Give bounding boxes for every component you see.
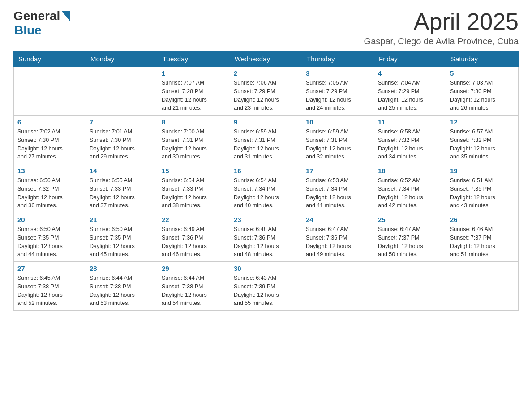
day-number: 26: [450, 216, 515, 223]
day-info: Sunrise: 6:59 AM Sunset: 7:31 PM Dayligh…: [306, 128, 370, 161]
day-number: 16: [234, 167, 298, 175]
day-number: 14: [90, 167, 154, 175]
day-number: 5: [450, 69, 515, 77]
calendar-cell: 17Sunrise: 6:53 AM Sunset: 7:34 PM Dayli…: [302, 164, 374, 213]
day-info: Sunrise: 6:46 AM Sunset: 7:37 PM Dayligh…: [450, 225, 515, 259]
column-header-sunday: Sunday: [14, 51, 86, 67]
calendar-week-2: 6Sunrise: 7:02 AM Sunset: 7:30 PM Daylig…: [14, 116, 519, 164]
day-info: Sunrise: 6:57 AM Sunset: 7:32 PM Dayligh…: [450, 128, 515, 161]
calendar-cell: 24Sunrise: 6:47 AM Sunset: 7:36 PM Dayli…: [302, 213, 374, 262]
day-number: 23: [234, 216, 298, 223]
day-info: Sunrise: 6:58 AM Sunset: 7:32 PM Dayligh…: [378, 128, 442, 161]
day-info: Sunrise: 7:01 AM Sunset: 7:30 PM Dayligh…: [90, 128, 154, 161]
calendar-cell: 27Sunrise: 6:45 AM Sunset: 7:38 PM Dayli…: [14, 262, 86, 311]
day-info: Sunrise: 6:48 AM Sunset: 7:36 PM Dayligh…: [234, 225, 298, 259]
day-info: Sunrise: 6:43 AM Sunset: 7:39 PM Dayligh…: [234, 274, 298, 308]
day-number: 6: [17, 118, 82, 126]
column-header-tuesday: Tuesday: [158, 51, 230, 67]
day-info: Sunrise: 7:02 AM Sunset: 7:30 PM Dayligh…: [17, 128, 82, 161]
calendar-location: Gaspar, Ciego de Avila Province, Cuba: [364, 36, 519, 47]
day-info: Sunrise: 6:52 AM Sunset: 7:34 PM Dayligh…: [378, 176, 442, 210]
day-info: Sunrise: 6:54 AM Sunset: 7:34 PM Dayligh…: [234, 176, 298, 210]
day-number: 13: [17, 167, 82, 175]
day-number: 9: [234, 118, 298, 126]
day-number: 19: [450, 167, 515, 175]
day-number: 29: [162, 265, 226, 272]
logo-general-text: General: [13, 9, 60, 23]
logo-triangle-icon: [62, 11, 70, 21]
calendar-cell: 7Sunrise: 7:01 AM Sunset: 7:30 PM Daylig…: [86, 116, 158, 164]
calendar-table: SundayMondayTuesdayWednesdayThursdayFrid…: [13, 51, 519, 311]
day-number: 18: [378, 167, 442, 175]
day-number: 30: [234, 265, 298, 272]
day-info: Sunrise: 6:44 AM Sunset: 7:38 PM Dayligh…: [90, 274, 154, 308]
calendar-cell: 23Sunrise: 6:48 AM Sunset: 7:36 PM Dayli…: [230, 213, 302, 262]
calendar-cell: 14Sunrise: 6:55 AM Sunset: 7:33 PM Dayli…: [86, 164, 158, 213]
day-number: 4: [378, 69, 442, 77]
day-number: 27: [17, 265, 82, 272]
day-info: Sunrise: 6:50 AM Sunset: 7:35 PM Dayligh…: [17, 225, 82, 259]
calendar-cell: 2Sunrise: 7:06 AM Sunset: 7:29 PM Daylig…: [230, 67, 302, 116]
day-info: Sunrise: 6:47 AM Sunset: 7:37 PM Dayligh…: [378, 225, 442, 259]
column-header-wednesday: Wednesday: [230, 51, 302, 67]
calendar-cell: 5Sunrise: 7:03 AM Sunset: 7:30 PM Daylig…: [446, 67, 519, 116]
day-number: 7: [90, 118, 154, 126]
calendar-cell: 21Sunrise: 6:50 AM Sunset: 7:35 PM Dayli…: [86, 213, 158, 262]
day-number: 17: [306, 167, 370, 175]
calendar-cell: 9Sunrise: 6:59 AM Sunset: 7:31 PM Daylig…: [230, 116, 302, 164]
day-number: 1: [162, 69, 226, 77]
calendar-header-row: SundayMondayTuesdayWednesdayThursdayFrid…: [14, 51, 519, 67]
day-info: Sunrise: 6:45 AM Sunset: 7:38 PM Dayligh…: [17, 274, 82, 308]
calendar-cell: [374, 262, 446, 311]
column-header-saturday: Saturday: [446, 51, 519, 67]
day-number: 12: [450, 118, 515, 126]
title-block: April 2025 Gaspar, Ciego de Avila Provin…: [364, 9, 519, 47]
day-info: Sunrise: 6:51 AM Sunset: 7:35 PM Dayligh…: [450, 176, 515, 210]
day-number: 28: [90, 265, 154, 272]
day-number: 22: [162, 216, 226, 223]
svg-marker-0: [62, 11, 70, 21]
day-info: Sunrise: 6:53 AM Sunset: 7:34 PM Dayligh…: [306, 176, 370, 210]
day-number: 2: [234, 69, 298, 77]
calendar-cell: 6Sunrise: 7:02 AM Sunset: 7:30 PM Daylig…: [14, 116, 86, 164]
column-header-friday: Friday: [374, 51, 446, 67]
calendar-cell: [86, 67, 158, 116]
day-info: Sunrise: 6:50 AM Sunset: 7:35 PM Dayligh…: [90, 225, 154, 259]
day-number: 11: [378, 118, 442, 126]
day-info: Sunrise: 6:54 AM Sunset: 7:33 PM Dayligh…: [162, 176, 226, 210]
calendar-cell: 28Sunrise: 6:44 AM Sunset: 7:38 PM Dayli…: [86, 262, 158, 311]
day-number: 25: [378, 216, 442, 223]
day-number: 21: [90, 216, 154, 223]
day-number: 24: [306, 216, 370, 223]
calendar-cell: 10Sunrise: 6:59 AM Sunset: 7:31 PM Dayli…: [302, 116, 374, 164]
day-number: 20: [17, 216, 82, 223]
calendar-cell: [446, 262, 519, 311]
calendar-cell: 8Sunrise: 7:00 AM Sunset: 7:31 PM Daylig…: [158, 116, 230, 164]
day-info: Sunrise: 7:06 AM Sunset: 7:29 PM Dayligh…: [234, 79, 298, 112]
calendar-cell: 4Sunrise: 7:04 AM Sunset: 7:29 PM Daylig…: [374, 67, 446, 116]
day-info: Sunrise: 6:59 AM Sunset: 7:31 PM Dayligh…: [234, 128, 298, 161]
calendar-cell: 25Sunrise: 6:47 AM Sunset: 7:37 PM Dayli…: [374, 213, 446, 262]
day-info: Sunrise: 6:47 AM Sunset: 7:36 PM Dayligh…: [306, 225, 370, 259]
calendar-week-4: 20Sunrise: 6:50 AM Sunset: 7:35 PM Dayli…: [14, 213, 519, 262]
day-info: Sunrise: 7:05 AM Sunset: 7:29 PM Dayligh…: [306, 79, 370, 112]
calendar-cell: 29Sunrise: 6:44 AM Sunset: 7:38 PM Dayli…: [158, 262, 230, 311]
day-number: 3: [306, 69, 370, 77]
day-info: Sunrise: 7:07 AM Sunset: 7:28 PM Dayligh…: [162, 79, 226, 112]
calendar-week-5: 27Sunrise: 6:45 AM Sunset: 7:38 PM Dayli…: [14, 262, 519, 311]
day-info: Sunrise: 7:03 AM Sunset: 7:30 PM Dayligh…: [450, 79, 515, 112]
logo-blue-text: Blue: [14, 23, 42, 37]
day-info: Sunrise: 7:04 AM Sunset: 7:29 PM Dayligh…: [378, 79, 442, 112]
calendar-cell: 13Sunrise: 6:56 AM Sunset: 7:32 PM Dayli…: [14, 164, 86, 213]
calendar-cell: [302, 262, 374, 311]
calendar-cell: 26Sunrise: 6:46 AM Sunset: 7:37 PM Dayli…: [446, 213, 519, 262]
calendar-cell: 16Sunrise: 6:54 AM Sunset: 7:34 PM Dayli…: [230, 164, 302, 213]
calendar-week-1: 1Sunrise: 7:07 AM Sunset: 7:28 PM Daylig…: [14, 67, 519, 116]
calendar-cell: 19Sunrise: 6:51 AM Sunset: 7:35 PM Dayli…: [446, 164, 519, 213]
page-header: General Blue April 2025 Gaspar, Ciego de…: [13, 9, 519, 47]
day-info: Sunrise: 7:00 AM Sunset: 7:31 PM Dayligh…: [162, 128, 226, 161]
calendar-cell: 3Sunrise: 7:05 AM Sunset: 7:29 PM Daylig…: [302, 67, 374, 116]
calendar-cell: [14, 67, 86, 116]
column-header-thursday: Thursday: [302, 51, 374, 67]
calendar-cell: 18Sunrise: 6:52 AM Sunset: 7:34 PM Dayli…: [374, 164, 446, 213]
